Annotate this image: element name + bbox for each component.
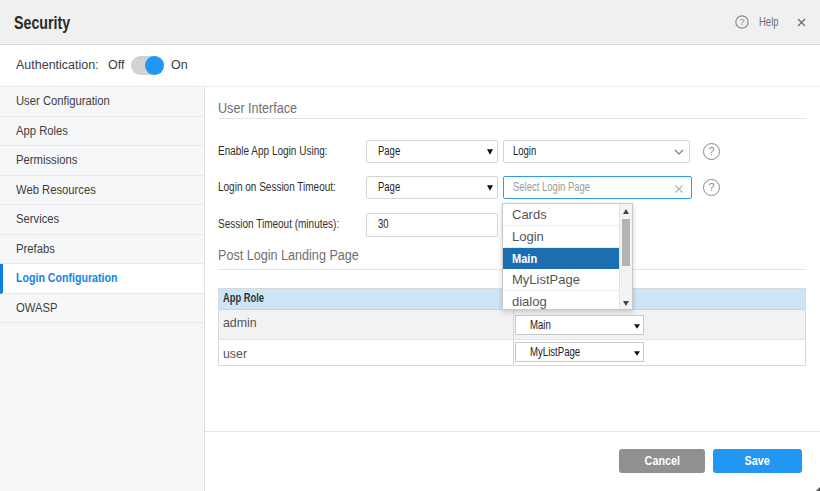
svg-text:?: ? [739, 17, 744, 27]
